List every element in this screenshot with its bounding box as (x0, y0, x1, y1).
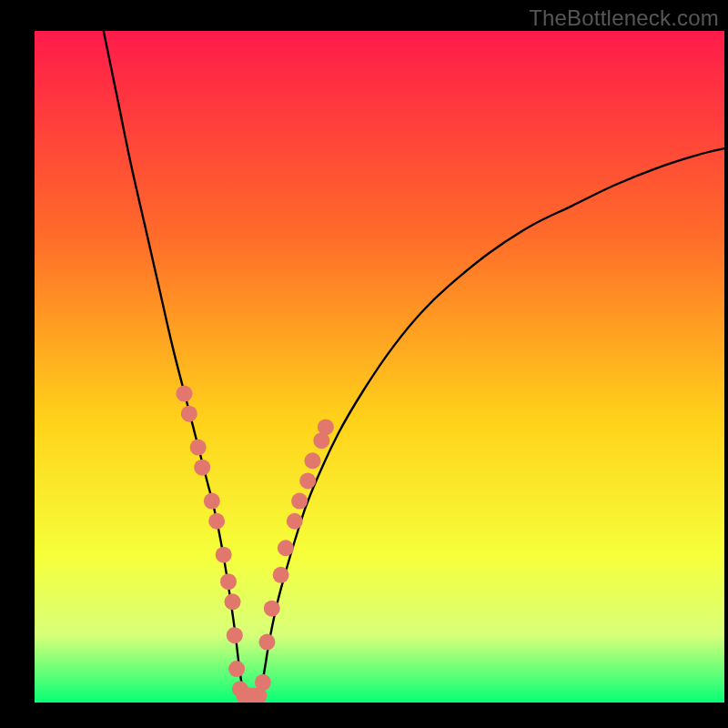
data-dot (220, 573, 237, 590)
data-dot (181, 406, 197, 422)
watermark-text: TheBottleneck.com (529, 5, 719, 31)
data-dot (208, 513, 225, 530)
data-dot (291, 493, 308, 510)
data-dot (278, 540, 294, 556)
frame-right (724, 0, 728, 728)
data-dot (273, 567, 289, 583)
data-dot (264, 601, 280, 617)
data-dot (216, 547, 232, 563)
data-dot (287, 513, 303, 530)
data-dot (299, 472, 316, 489)
data-dot (176, 386, 192, 402)
chart-frame: TheBottleneck.com (0, 0, 728, 728)
chart-canvas (0, 0, 728, 728)
data-dot (225, 593, 241, 610)
data-dot (194, 460, 210, 476)
frame-bottom (0, 703, 728, 728)
data-dot (255, 674, 271, 691)
data-dot (227, 627, 243, 643)
data-dot (190, 440, 207, 456)
data-dot (304, 452, 320, 469)
data-dot (228, 661, 245, 677)
data-dot (258, 634, 275, 651)
data-dot (204, 493, 220, 510)
frame-left (0, 0, 35, 728)
data-dot (318, 419, 334, 435)
